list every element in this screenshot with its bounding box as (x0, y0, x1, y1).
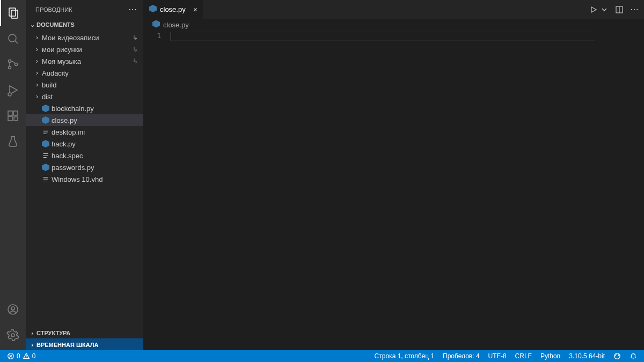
svg-rect-9 (8, 111, 12, 115)
file-icon (41, 128, 50, 136)
activity-run-debug[interactable] (0, 77, 26, 103)
outline-label: СТРУКТУРА (36, 330, 70, 336)
symlink-icon: ↳ (133, 46, 138, 53)
activity-testing[interactable] (0, 129, 26, 154)
file-label: Мои видеозаписи (41, 34, 99, 42)
close-icon[interactable]: × (193, 5, 197, 14)
status-eol[interactable]: CRLF (513, 352, 535, 360)
status-python-interpreter[interactable]: 3.10.5 64-bit (566, 352, 608, 360)
activity-accounts[interactable] (0, 297, 26, 322)
file-label: dist (41, 93, 53, 101)
chevron-right-icon: › (33, 81, 41, 88)
file-label: Моя музыка (41, 57, 81, 65)
svg-point-2 (9, 34, 16, 42)
svg-point-6 (15, 63, 18, 66)
status-indent[interactable]: Пробелов: 4 (440, 352, 482, 360)
folder-root-header[interactable]: ⌄ DOCUMENTS (26, 19, 143, 31)
editor-tab[interactable]: close.py × (144, 0, 203, 19)
status-language[interactable]: Python (538, 352, 563, 360)
file-item[interactable]: desktop.ini (26, 126, 143, 138)
chevron-right-icon: › (33, 57, 41, 65)
editor-body[interactable]: 1 (144, 31, 644, 350)
file-label: close.py (50, 116, 77, 124)
status-errors-count: 0 (17, 352, 20, 360)
file-icon (41, 152, 50, 159)
code-area[interactable] (171, 31, 595, 350)
folder-item[interactable]: › Моя музыка ↳ (26, 55, 143, 67)
svg-point-5 (9, 67, 11, 69)
python-icon (41, 164, 50, 171)
outline-panel-header[interactable]: › СТРУКТУРА (26, 327, 143, 338)
file-label: Audacity (41, 69, 69, 77)
code-line[interactable] (171, 32, 595, 41)
file-item[interactable]: blockchain.py (26, 102, 143, 114)
run-icon[interactable] (589, 5, 598, 14)
folder-item[interactable]: › мои рисунки ↳ (26, 43, 143, 55)
file-tree: › Мои видеозаписи ↳ › мои рисунки ↳ › Мо… (26, 31, 143, 327)
file-item[interactable]: hack.spec (26, 150, 143, 161)
split-editor-icon[interactable] (615, 5, 624, 14)
activity-explorer[interactable] (0, 0, 26, 26)
svg-marker-26 (591, 7, 596, 12)
folder-item[interactable]: › Audacity (26, 67, 143, 79)
status-feedback-icon[interactable] (611, 352, 624, 360)
editor-actions: ⋯ (589, 0, 644, 19)
line-gutter: 1 (144, 31, 171, 350)
editor-area: close.py × ⋯ close.py (144, 0, 644, 350)
activity-search[interactable] (0, 26, 26, 51)
chevron-right-icon: › (33, 34, 41, 41)
status-bell-icon[interactable] (627, 352, 640, 360)
status-line-col[interactable]: Строка 1, столбец 1 (372, 352, 437, 360)
sidebar: ПРОВОДНИК ⋯ ⌄ DOCUMENTS › Мои видеозапис… (26, 0, 144, 350)
svg-point-16 (11, 334, 14, 337)
file-label: desktop.ini (50, 128, 85, 136)
file-label: build (41, 81, 56, 89)
folder-root-label: DOCUMENTS (36, 21, 75, 28)
chevron-right-icon: › (33, 46, 41, 53)
file-label: passwords.py (50, 164, 94, 172)
sidebar-title: ПРОВОДНИК (35, 6, 72, 13)
svg-point-8 (8, 93, 11, 96)
line-number: 1 (144, 32, 161, 40)
tab-bar: close.py × ⋯ (144, 0, 644, 19)
svg-rect-1 (11, 10, 18, 18)
svg-point-15 (11, 307, 14, 310)
chevron-right-icon: › (28, 342, 36, 348)
python-icon (41, 116, 50, 124)
folder-item[interactable]: › build (26, 79, 143, 91)
chevron-down-icon[interactable] (600, 5, 609, 14)
folder-item[interactable]: › dist (26, 91, 143, 102)
svg-rect-10 (13, 111, 18, 115)
status-encoding[interactable]: UTF-8 (486, 352, 509, 360)
svg-rect-12 (14, 117, 18, 121)
breadcrumbs[interactable]: close.py (144, 19, 644, 31)
python-icon (41, 140, 50, 147)
activity-extensions[interactable] (0, 103, 26, 129)
folder-item[interactable]: › Мои видеозаписи ↳ (26, 32, 143, 43)
status-problems[interactable]: 0 0 (4, 352, 38, 360)
timeline-panel-header[interactable]: › ВРЕМЕННАЯ ШКАЛА (26, 338, 143, 350)
breadcrumb-file: close.py (163, 21, 189, 29)
activity-bar (0, 0, 26, 350)
file-item[interactable]: close.py (26, 114, 143, 126)
svg-rect-0 (9, 8, 16, 16)
file-item[interactable]: Windows 10.vhd (26, 173, 143, 185)
more-icon[interactable]: ⋯ (630, 4, 639, 14)
timeline-label: ВРЕМЕННАЯ ШКАЛА (36, 342, 98, 348)
sidebar-more-icon[interactable]: ⋯ (128, 5, 137, 14)
file-item[interactable]: hack.py (26, 138, 143, 150)
svg-line-3 (15, 41, 18, 43)
status-warnings-count: 0 (32, 352, 36, 360)
python-icon (41, 105, 50, 112)
file-label: Windows 10.vhd (50, 175, 103, 183)
symlink-icon: ↳ (133, 34, 138, 41)
svg-rect-11 (8, 116, 12, 121)
file-icon (41, 175, 50, 183)
activity-source-control[interactable] (0, 51, 26, 77)
sidebar-title-row: ПРОВОДНИК ⋯ (26, 0, 143, 19)
file-item[interactable]: passwords.py (26, 161, 143, 173)
chevron-right-icon: › (28, 330, 36, 336)
activity-settings[interactable] (0, 322, 26, 348)
symlink-icon: ↳ (133, 57, 138, 65)
chevron-down-icon: ⌄ (28, 21, 36, 28)
